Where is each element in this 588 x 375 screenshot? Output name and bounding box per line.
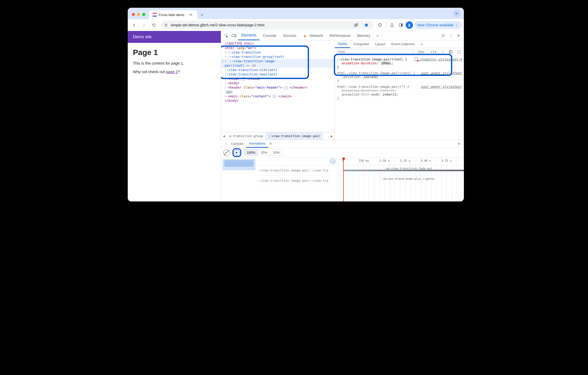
dom-vt-group[interactable]: ::view-transition-group(root) [221,54,335,59]
svg-rect-9 [458,50,461,53]
dom-vt-old[interactable]: ::view-transition-old(root) [221,68,335,72]
extensions-icon[interactable] [376,21,384,29]
tab-console[interactable]: Console [260,31,279,40]
rule-source-link[interactable]: inspector-stylesheet:4 [414,57,462,61]
speed-10[interactable]: 10% [270,150,282,155]
crumb-scroll-right[interactable]: ▶ [329,134,335,138]
update-chrome-pill[interactable]: New Chrome available ⋮ [414,21,462,29]
tab-sources[interactable]: Sources [280,31,299,40]
reload-button[interactable] [149,21,158,29]
dom-vt-image-pair-cont[interactable]: pair(root) == $0 [221,63,335,68]
animations-timeline[interactable]: ↺ 0750 ms1.50 s2.25 s3.00 s3.75 s4.50 s … [256,158,464,201]
dom-line-html[interactable]: <html lang="en"> [221,46,335,50]
zoom-window-icon[interactable] [142,13,145,16]
ruler-tick: 1.50 s [379,159,390,162]
new-tab-button[interactable]: ＋ [198,11,206,18]
reload-icon [152,23,156,27]
new-rule-icon[interactable]: ＋ [440,49,446,54]
prop-anim-dur-strike[interactable]: animation-duration: inherit; [337,89,462,92]
prop-isolation[interactable]: isolation: isolate; [337,75,462,79]
side-panel-icon[interactable] [397,21,405,29]
close-devtools-icon[interactable]: ✕ [455,32,462,39]
dom-vt-root[interactable]: ::view-transition [221,50,335,54]
dom-line-header[interactable]: <header class="main-header"> ⋯ </header> [221,85,335,90]
incognito-blocked-icon[interactable] [352,21,360,29]
rule-source-ua: user agent stylesheet [421,71,462,75]
bookmark-star-icon[interactable] [363,21,370,29]
stylesheet-icon [414,57,418,61]
separator [386,22,386,28]
animation-group-thumb[interactable] [223,159,255,170]
replay-button[interactable]: ↺ [330,159,335,164]
dom-vt-new[interactable]: ::view-transition-new(root) [221,72,335,76]
styles-tab-listeners[interactable]: Event Listeners [388,40,418,48]
playhead[interactable] [343,158,344,201]
dom-tree[interactable]: <!DOCTYPE html> <html lang="en"> ::view-… [221,40,335,140]
styles-filter-input[interactable] [336,49,414,55]
cls-toggle[interactable]: .cls [427,50,438,54]
site-settings-icon[interactable] [164,23,168,27]
crumb-scroll-left[interactable]: ◀ [221,134,227,138]
back-button[interactable] [130,21,139,29]
device-toolbar-icon[interactable] [230,32,238,39]
page-paragraph-2: Why not check out page 2? [133,69,216,74]
dom-line-main[interactable]: <main class="content"> ⋯ </main> [221,94,335,98]
tab-performance[interactable]: Performance [327,31,353,40]
forward-button[interactable] [140,21,148,29]
crumb-current[interactable]: ::view-transition-image-pair [266,132,323,140]
styles-tab-computed[interactable]: Computed [350,40,372,48]
callout-highlight-play: ▶ [232,148,241,157]
computed-panel-icon[interactable] [447,50,454,54]
dom-line-body-open[interactable]: <body> [221,81,335,85]
tab-overflow-button[interactable] [453,10,460,17]
dom-vt-image-pair[interactable]: ⋯ ::view-transition-image- [221,59,335,63]
rule-source-ua-2: user agent stylesheet [421,85,462,89]
ruler-tick: 3.00 s [421,159,431,162]
inspect-element-icon[interactable] [223,32,230,39]
close-drawer-icon[interactable]: ✕ [456,142,462,146]
drawer-menu-icon[interactable]: ⋮ [223,142,228,146]
tab-network[interactable]: ▲ Network [300,31,326,40]
rendering-panel-icon[interactable] [456,50,462,54]
dom-line-body-close[interactable]: </body> [221,98,335,103]
close-tab-icon[interactable]: ✕ [189,12,194,17]
browser-tab[interactable]: Cross fade demo ✕ [149,10,197,19]
tab-memory[interactable]: Memory [354,31,373,40]
styles-more-tabs[interactable]: » [418,40,426,48]
rule-ua-2[interactable]: user agent stylesheet html::view-transit… [337,85,462,100]
timeline-row-2[interactable]: ::view-transition-image-pair::view-tra -… [256,176,464,186]
styles-tab-styles[interactable]: Styles [335,40,350,48]
omnibox[interactable]: simple-set-demos.glitch.me/2-slow-cross-… [161,21,373,29]
minimize-window-icon[interactable] [137,13,140,16]
rule-inspector[interactable]: inspector-stylesheet:4 ::view-transition… [337,57,462,69]
play-pause-button[interactable]: ▶ [234,150,240,155]
timeline-ruler[interactable]: ↺ 0750 ms1.50 s2.25 s3.00 s3.75 s4.50 s [256,158,464,165]
settings-gear-icon[interactable] [440,32,447,39]
page-2-link[interactable]: page 2 [166,69,178,74]
close-animations-tab[interactable]: ✕ [269,142,272,146]
close-window-icon[interactable] [132,13,135,16]
prop-animation-duration[interactable]: animation-duration: 100ms; [337,61,462,65]
labs-icon[interactable] [388,21,396,29]
devtools-menu-icon[interactable]: ⋮ [447,32,455,39]
profile-avatar[interactable] [406,21,413,29]
dom-line-head[interactable]: <head> ⋯ </head> [221,76,335,81]
crumb-prev[interactable]: w-transition-group [227,132,266,140]
svg-rect-8 [449,50,452,53]
tab-elements[interactable]: Elements [238,31,259,40]
styles-tab-layout[interactable]: Layout [372,40,388,48]
clear-animations-button[interactable] [223,149,230,156]
speed-100[interactable]: 100% [244,150,258,155]
prop-anim-fill[interactable]: animation-fill-mode: inherit; [337,92,462,96]
more-tabs-icon[interactable]: » [374,32,381,39]
rule-ua-1[interactable]: user agent stylesheet html::view-transit… [337,71,462,83]
dom-line-doctype[interactable]: <!DOCTYPE html> [221,41,335,46]
drawer-tab-console[interactable]: Console [228,140,246,148]
css-rules[interactable]: inspector-stylesheet:4 ::view-transition… [335,56,464,140]
drawer-tab-animations[interactable]: Animations [246,140,268,148]
browser-toolbar: simple-set-demos.glitch.me/2-slow-cross-… [128,19,464,31]
dom-grid-badge[interactable]: grid [221,90,335,94]
timeline-row-1[interactable]: ::view-transition-image-pair::view-tra -… [256,165,464,176]
speed-25[interactable]: 25% [258,150,270,155]
hov-toggle[interactable]: :hov [415,50,426,54]
